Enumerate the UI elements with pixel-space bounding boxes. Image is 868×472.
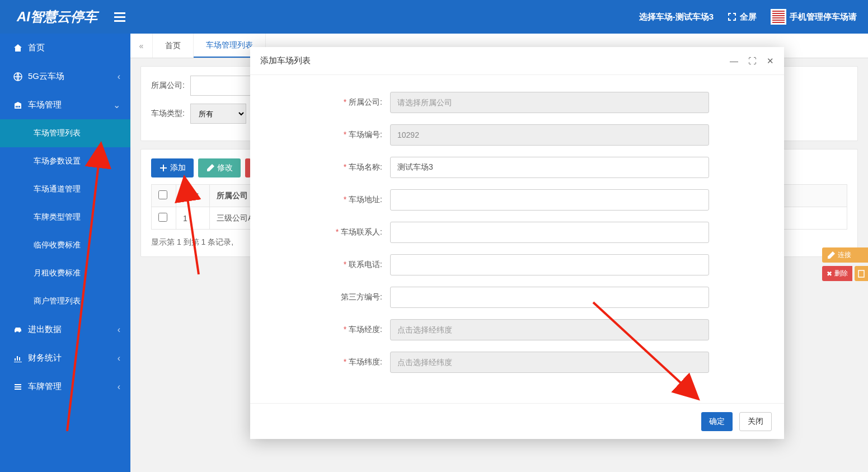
connect-label: 连接	[838, 250, 851, 260]
expand-icon	[728, 12, 736, 21]
label-lng: *车场经度:	[273, 325, 390, 335]
subnav-temp-fee[interactable]: 临停收费标准	[0, 231, 130, 259]
modal-body: *所属公司: *车场编号: *车场名称: *车场地址: *车场联系人: *联系电…	[250, 75, 784, 403]
ok-button[interactable]: 确定	[701, 412, 733, 431]
subnav-park-params[interactable]: 车场参数设置	[0, 147, 130, 175]
app-logo: AI智慧云停车	[6, 8, 109, 26]
nav-home-label: 首页	[28, 43, 45, 53]
hamburger-icon[interactable]	[109, 12, 125, 22]
building-icon	[13, 101, 22, 110]
input-address[interactable]	[390, 189, 709, 211]
edit-button[interactable]: 修改	[198, 158, 241, 177]
nav-plate-label: 车牌管理	[28, 381, 62, 392]
edit-label: 修改	[217, 163, 233, 173]
chart-icon	[13, 354, 22, 363]
modal-footer: 确定 关闭	[250, 403, 784, 439]
misc-icon	[857, 269, 866, 278]
select-park-button[interactable]: 选择车场-测试车场3	[639, 12, 714, 22]
row-checkbox[interactable]	[158, 213, 167, 222]
filter-company-label: 所属公司:	[151, 81, 185, 91]
label-parkno: *车场编号:	[273, 130, 390, 140]
label-address: *车场地址:	[273, 195, 390, 205]
input-lng[interactable]	[390, 319, 709, 340]
nav-5g-label: 5G云车场	[28, 71, 64, 82]
top-header: AI智慧云停车 选择车场-测试车场3 全屏 手机管理停车场请	[0, 0, 868, 34]
edit-icon	[206, 163, 215, 172]
label-lat: *车场纬度:	[273, 357, 390, 367]
label-parkname: *车场名称:	[273, 162, 390, 172]
right-edge-badges: 连接 ✖ 删除	[822, 247, 868, 281]
tab-home[interactable]: 首页	[153, 34, 194, 58]
input-contact[interactable]	[390, 222, 709, 243]
input-thirdno[interactable]	[390, 287, 709, 308]
input-parkname[interactable]	[390, 157, 709, 178]
add-park-modal: 添加车场列表 — ⛶ ✕ *所属公司: *车场编号: *车场名称: *车场地址:…	[250, 47, 784, 439]
sidebar: 首页 5G云车场 车场管理 车场管理列表 车场参数设置 车场通道管理 车牌类型管…	[0, 34, 130, 472]
label-phone: *联系电话:	[273, 260, 390, 270]
globe-icon	[13, 72, 22, 81]
add-label: 添加	[170, 163, 186, 173]
input-phone[interactable]	[390, 254, 709, 275]
mobile-mgmt-button[interactable]: 手机管理停车场请	[771, 9, 857, 25]
edit-icon	[827, 251, 836, 260]
subnav-channel-mgmt[interactable]: 车场通道管理	[0, 175, 130, 203]
modal-title: 添加车场列表	[260, 55, 730, 66]
nav-home[interactable]: 首页	[0, 34, 130, 62]
nav-finance-label: 财务统计	[28, 353, 62, 363]
close-icon[interactable]: ✕	[767, 56, 774, 66]
x-icon: ✖	[827, 270, 832, 278]
nav-inout-data[interactable]: 进出数据	[0, 315, 130, 344]
nav-5g-cloud[interactable]: 5G云车场	[0, 62, 130, 91]
label-company: *所属公司:	[273, 97, 390, 108]
nav-plate-mgmt[interactable]: 车牌管理	[0, 372, 130, 401]
delete-badge[interactable]: ✖ 删除	[822, 266, 852, 281]
label-contact: *车场联系人:	[273, 227, 390, 237]
subnav-plate-type[interactable]: 车牌类型管理	[0, 203, 130, 231]
fullscreen-button[interactable]: 全屏	[728, 12, 757, 22]
maximize-icon[interactable]: ⛶	[748, 56, 757, 66]
col-rowno: 行数	[176, 185, 210, 207]
car-icon	[13, 325, 22, 334]
connect-badge[interactable]: 连接	[822, 247, 868, 263]
input-parkno[interactable]	[390, 124, 709, 146]
plus-icon	[159, 163, 168, 172]
cell-rowno: 1	[176, 207, 210, 230]
tab-scroll-left[interactable]: «	[130, 34, 153, 58]
input-company[interactable]	[390, 92, 709, 113]
nav-finance[interactable]: 财务统计	[0, 344, 130, 372]
subnav-merchant[interactable]: 商户管理列表	[0, 287, 130, 315]
filter-type-select[interactable]: 所有	[190, 104, 246, 124]
modal-header: 添加车场列表 — ⛶ ✕	[250, 47, 784, 75]
minimize-icon[interactable]: —	[730, 56, 738, 66]
select-all-checkbox[interactable]	[158, 190, 167, 199]
delete-label: 删除	[834, 269, 848, 278]
fullscreen-label: 全屏	[740, 12, 757, 22]
subnav-park-list[interactable]: 车场管理列表	[0, 119, 130, 147]
mobile-mgmt-label: 手机管理停车场请	[790, 12, 857, 22]
list-icon	[13, 382, 22, 391]
extra-badge[interactable]	[855, 266, 868, 281]
subnav-month-fee[interactable]: 月租收费标准	[0, 259, 130, 287]
nav-park-mgmt[interactable]: 车场管理	[0, 91, 130, 119]
add-button[interactable]: 添加	[151, 158, 194, 177]
input-lat[interactable]	[390, 352, 709, 373]
nav-park-mgmt-label: 车场管理	[28, 100, 62, 110]
filter-type-label: 车场类型:	[151, 109, 185, 119]
label-thirdno: 第三方编号:	[273, 292, 390, 302]
nav-inout-label: 进出数据	[28, 324, 62, 335]
qrcode-icon	[771, 9, 786, 25]
home-icon	[13, 44, 22, 53]
close-button[interactable]: 关闭	[739, 412, 772, 431]
